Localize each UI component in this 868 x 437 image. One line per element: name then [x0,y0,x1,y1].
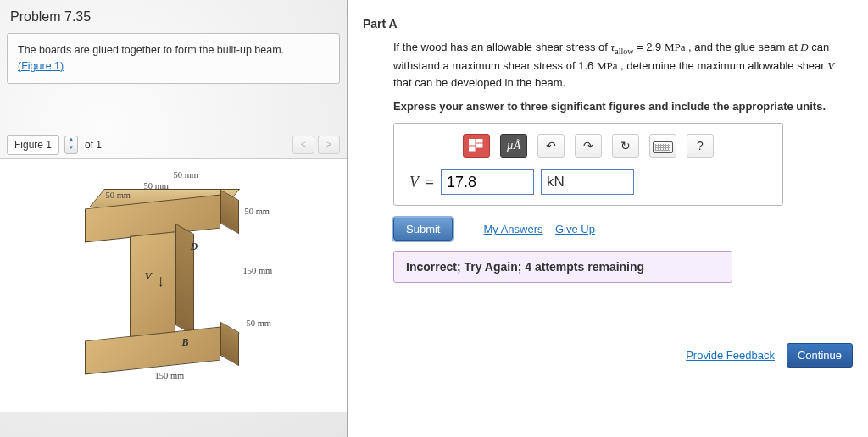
problem-statement: The boards are glued together to form th… [18,44,284,56]
keyboard-icon [653,141,673,153]
part-prompt: If the wood has an allowable shear stres… [393,39,853,91]
end: that can be developed in the beam. [393,76,565,89]
dim-c: 50 mm [106,191,131,200]
dim-e: 150 mm [243,266,273,275]
arrow-down-icon: ↓ [157,271,165,290]
svg-rect-2 [476,144,482,147]
unit2: MPa [597,59,618,72]
answer-unit-input[interactable]: kN [541,169,634,195]
redo-button[interactable]: ↷ [575,134,602,158]
svg-rect-3 [469,147,475,151]
part-title: Part A [363,17,853,30]
tau-sub: allow [615,47,633,56]
figure-prev-button[interactable]: < [292,136,314,154]
unit-text: kN [547,174,565,191]
figure-canvas: 50 mm 50 mm 50 mm 50 mm 150 mm 50 mm 150… [0,158,347,412]
mid3: , determine the maximum allowable shear [617,59,827,72]
varD: D [800,41,808,53]
submit-button[interactable]: Submit [393,218,453,241]
instruction: Express your answer to three significant… [393,100,853,113]
figure-header: Figure 1 ▲▼ of 1 < > [7,135,340,155]
keyboard-button[interactable] [649,134,676,158]
help-button[interactable]: ? [687,134,714,158]
answer-eq: = [426,174,434,191]
answer-value-input[interactable] [441,169,534,195]
unit1: MPa [665,41,686,53]
dim-a: 50 mm [174,170,198,180]
figure-label: Figure 1 [7,135,59,155]
label-d: D [191,241,198,253]
give-up-link[interactable]: Give Up [555,223,595,235]
dim-g: 150 mm [155,371,185,380]
figure-next-button[interactable]: > [318,136,340,154]
continue-button[interactable]: Continue [787,343,853,368]
dim-f: 50 mm [247,318,271,328]
eq1: = 2.9 [633,41,665,53]
mid1: , and the glue seam at [685,41,800,53]
problem-statement-box: The boards are glued together to form th… [7,33,340,84]
answer-var: V [409,174,419,191]
dim-d: 50 mm [245,207,270,216]
feedback-message: Incorrect; Try Again; 4 attempts remaini… [393,251,732,283]
reset-button[interactable]: ↻ [612,134,639,158]
figure-of-label: of 1 [83,136,103,154]
answer-box: µÅ ↶ ↷ ↻ ? V = kN [393,123,783,206]
bottom-actions: Provide Feedback Continue [686,343,853,368]
my-answers-link[interactable]: My Answers [483,223,542,235]
dim-b: 50 mm [144,181,169,191]
varV: V [827,59,834,72]
label-v: V [145,269,153,283]
figure-link[interactable]: (Figure 1) [18,60,64,72]
formula-toolbar: µÅ ↶ ↷ ↻ ? [406,130,771,166]
svg-rect-1 [476,139,482,142]
beam-diagram: 50 mm 50 mm 50 mm 50 mm 150 mm 50 mm 150… [55,168,292,388]
figure-stepper[interactable]: ▲▼ [64,136,78,154]
undo-button[interactable]: ↶ [537,134,565,158]
problem-title: Problem 7.35 [10,9,337,25]
provide-feedback-link[interactable]: Provide Feedback [686,349,775,362]
svg-rect-0 [469,139,475,145]
left-panel: Problem 7.35 The boards are glued togeth… [0,0,348,437]
prompt-pre: If the wood has an allowable shear stres… [393,41,611,53]
units-button[interactable]: µÅ [500,134,527,158]
template-button[interactable] [463,134,490,158]
right-panel: Part A If the wood has an allowable shea… [348,0,868,437]
submit-row: Submit My Answers Give Up [393,218,853,241]
answer-input-row: V = kN [409,169,771,195]
label-b: B [182,336,189,349]
